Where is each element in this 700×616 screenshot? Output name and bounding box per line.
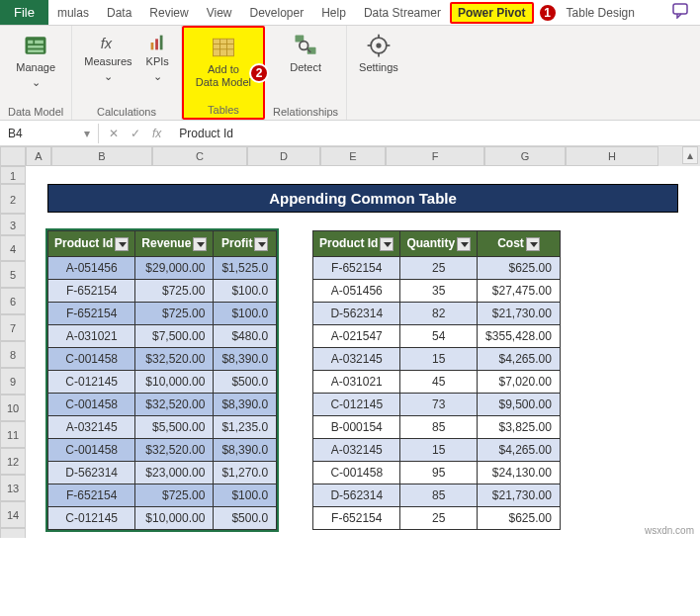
cell[interactable]: $7,020.00 (478, 370, 561, 393)
cell[interactable]: C-001458 (48, 347, 135, 370)
table-row[interactable]: A-03214515$4,265.00 (313, 438, 561, 461)
table-row[interactable]: A-02154754$355,428.00 (313, 324, 561, 347)
row-header-5[interactable]: 5 (0, 261, 26, 288)
cell[interactable]: 85 (400, 415, 478, 438)
tab-review[interactable]: Review (140, 1, 197, 25)
cell[interactable]: $24,130.00 (478, 461, 561, 484)
row-header-2[interactable]: 2 (0, 184, 26, 214)
table-row[interactable]: A-032145$5,500.00$1,235.0 (48, 415, 277, 438)
cell[interactable]: $32,520.00 (135, 438, 214, 461)
cell[interactable]: $3,825.00 (478, 415, 561, 438)
cell[interactable]: C-012145 (313, 393, 400, 415)
col-header-C[interactable]: C (152, 146, 247, 166)
table-row[interactable]: C-01214573$9,500.00 (313, 393, 561, 415)
cell[interactable]: 15 (400, 347, 478, 370)
row-header-13[interactable]: 13 (0, 475, 26, 501)
row-header-9[interactable]: 9 (0, 368, 26, 395)
tab-datastreamer[interactable]: Data Streamer (355, 1, 450, 25)
t1-h-productid[interactable]: Product Id (48, 231, 135, 257)
col-header-G[interactable]: G (484, 146, 566, 166)
dropdown-icon[interactable]: ▾ (84, 127, 90, 140)
row-header-8[interactable]: 8 (0, 341, 26, 368)
tab-powerpivot[interactable]: Power Pivot (450, 2, 534, 24)
cell[interactable]: $8,390.0 (214, 438, 277, 461)
enter-icon[interactable]: ✓ (131, 127, 140, 140)
table-row[interactable]: D-56231482$21,730.00 (313, 302, 561, 324)
row-header-3[interactable]: 3 (0, 214, 26, 235)
table-row[interactable]: C-00145895$24,130.00 (313, 461, 561, 484)
tab-help[interactable]: Help (312, 1, 355, 25)
filter-icon[interactable] (457, 237, 471, 251)
t2-h-quantity[interactable]: Quantity (400, 231, 478, 257)
cell[interactable]: $1,270.0 (214, 461, 277, 484)
sheet-content[interactable]: Appending Common Table Product Id Revenu… (26, 166, 700, 538)
t2-h-productid[interactable]: Product Id (313, 231, 400, 257)
cell[interactable]: 73 (400, 393, 478, 415)
cell[interactable]: F-652154 (313, 256, 400, 279)
cell[interactable]: C-001458 (48, 438, 135, 461)
detect-button[interactable]: Detect (286, 30, 325, 76)
table-row[interactable]: C-012145$10,000.00$500.0 (48, 506, 277, 529)
cell[interactable]: $725.00 (135, 279, 214, 302)
cell[interactable]: $9,500.00 (478, 393, 561, 415)
tab-formulas[interactable]: mulas (48, 1, 98, 25)
table-row[interactable]: B-00015485$3,825.00 (313, 415, 561, 438)
cell[interactable]: $625.00 (478, 256, 561, 279)
table-row[interactable]: A-03214515$4,265.00 (313, 347, 561, 370)
cell[interactable]: $4,265.00 (478, 347, 561, 370)
cell[interactable]: D-562314 (313, 484, 400, 506)
cell[interactable]: 82 (400, 302, 478, 324)
table-row[interactable]: F-652154$725.00$100.0 (48, 302, 277, 324)
cell[interactable]: $7,500.00 (135, 324, 214, 347)
row-header-12[interactable]: 12 (0, 448, 26, 475)
filter-icon[interactable] (380, 237, 394, 251)
table-row[interactable]: A-031021$7,500.00$480.0 (48, 324, 277, 347)
cell[interactable]: 15 (400, 438, 478, 461)
cell[interactable]: $100.0 (214, 484, 277, 506)
col-header-F[interactable]: F (386, 146, 484, 166)
kpis-button[interactable]: KPIs ⌄ (142, 30, 173, 85)
cell[interactable]: $27,475.00 (478, 279, 561, 302)
manage-button[interactable]: Manage ⌄ (12, 30, 59, 91)
tab-data[interactable]: Data (98, 1, 140, 25)
row-header-10[interactable]: 10 (0, 395, 26, 421)
row-header-4[interactable]: 4 (0, 235, 26, 261)
cell[interactable]: C-012145 (48, 506, 135, 529)
row-header-1[interactable]: 1 (0, 166, 26, 184)
col-header-H[interactable]: H (566, 146, 658, 166)
cell[interactable]: C-001458 (313, 461, 400, 484)
cell[interactable]: 25 (400, 256, 478, 279)
table-row[interactable]: F-652154$725.00$100.0 (48, 279, 277, 302)
cell[interactable]: A-051456 (48, 256, 135, 279)
cancel-icon[interactable]: ✕ (109, 127, 119, 140)
row-header-14[interactable]: 14 (0, 501, 26, 528)
filter-icon[interactable] (115, 237, 129, 251)
cell[interactable]: $1,525.0 (214, 256, 277, 279)
cell[interactable]: $625.00 (478, 506, 561, 529)
cell[interactable]: $8,390.0 (214, 347, 277, 370)
table-row[interactable]: F-65215425$625.00 (313, 506, 561, 529)
table-row[interactable]: F-652154$725.00$100.0 (48, 484, 277, 506)
table-row[interactable]: A-051456$29,000.00$1,525.0 (48, 256, 277, 279)
t1-h-profit[interactable]: Profit (214, 231, 277, 257)
cell[interactable]: F-652154 (48, 279, 135, 302)
cell[interactable]: $500.0 (214, 370, 277, 393)
cell[interactable]: $8,390.0 (214, 393, 277, 415)
formula-input[interactable]: Product Id (171, 124, 700, 143)
filter-icon[interactable] (254, 237, 268, 251)
table-row[interactable]: D-56231485$21,730.00 (313, 484, 561, 506)
select-all-corner[interactable] (0, 146, 26, 166)
cell[interactable]: $725.00 (135, 484, 214, 506)
t2-h-cost[interactable]: Cost (478, 231, 561, 257)
cell[interactable]: D-562314 (48, 461, 135, 484)
cell[interactable]: C-012145 (48, 370, 135, 393)
cell[interactable]: $355,428.00 (478, 324, 561, 347)
row-header-6[interactable]: 6 (0, 288, 26, 314)
table-row[interactable]: F-65215425$625.00 (313, 256, 561, 279)
t1-h-revenue[interactable]: Revenue (135, 231, 214, 257)
cell[interactable]: 85 (400, 484, 478, 506)
table-row[interactable]: C-012145$10,000.00$500.0 (48, 370, 277, 393)
cell[interactable]: 35 (400, 279, 478, 302)
col-header-B[interactable]: B (51, 146, 152, 166)
table-2[interactable]: Product Id Quantity Cost F-65215425$625.… (312, 230, 561, 530)
